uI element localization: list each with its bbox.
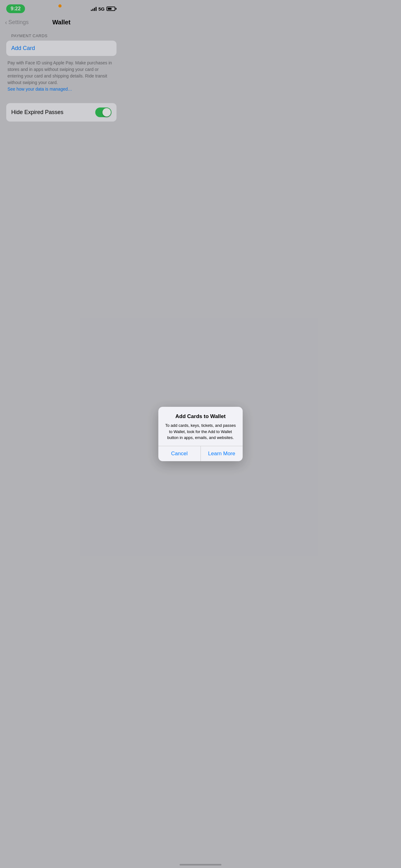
phone-screen: 9:22 5G ‹ Settings Wallet	[0, 0, 123, 266]
modal-overlay: Add Cards to Wallet To add cards, keys, …	[0, 0, 123, 266]
